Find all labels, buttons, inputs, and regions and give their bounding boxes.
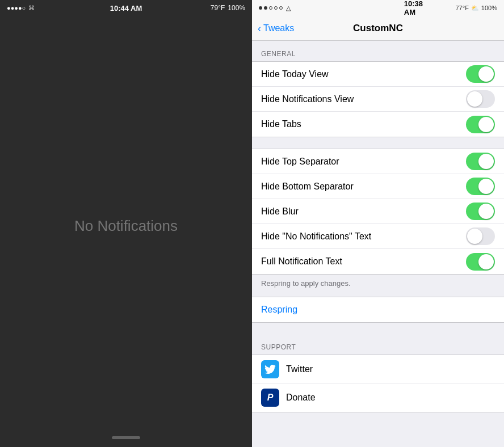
respring-group: Respring — [252, 297, 504, 323]
dot-3 — [269, 6, 272, 10]
left-wifi-icon: ⌘ — [28, 5, 35, 12]
right-battery: 100% — [481, 5, 497, 11]
settings-row-hide-tabs: Hide Tabs — [252, 112, 504, 137]
back-chevron-icon: ‹ — [258, 23, 261, 33]
full-notification-text-label: Full Notification Text — [261, 256, 342, 267]
hide-no-notifications-text-label: Hide "No Notifications" Text — [261, 231, 371, 242]
toggle-knob — [478, 66, 494, 82]
support-row-donate[interactable]: P Donate — [252, 383, 504, 412]
hide-notifications-view-label: Hide Notifications View — [261, 94, 354, 104]
dot-2 — [264, 6, 267, 10]
nav-title: CustomNC — [353, 23, 403, 34]
section-gap-2 — [252, 323, 504, 334]
hide-today-view-label: Hide Today View — [261, 69, 329, 79]
paypal-letter: P — [267, 393, 274, 403]
hide-blur-label: Hide Blur — [261, 206, 299, 217]
hide-top-separator-toggle[interactable] — [466, 153, 495, 170]
right-status-right: 77°F ⛅ 100% — [456, 5, 498, 12]
left-panel: ●●●●○ ⌘ 10:44 AM 79°F 100% No Notificati… — [0, 0, 252, 447]
right-cloud-icon: ⛅ — [471, 5, 479, 12]
respring-row: Respring — [252, 297, 504, 322]
full-notification-text-toggle[interactable] — [466, 253, 495, 271]
right-status-bar: △ 10:38 AM 77°F ⛅ 100% — [252, 0, 504, 16]
general-settings-group: Hide Today View Hide Notifications View … — [252, 61, 504, 137]
hide-no-notifications-text-toggle[interactable] — [466, 227, 495, 245]
general-section-header: GENERAL — [252, 41, 504, 61]
left-status-bar: ●●●●○ ⌘ 10:44 AM 79°F 100% — [0, 0, 252, 16]
hide-blur-toggle[interactable] — [466, 203, 495, 220]
hide-today-view-toggle[interactable] — [466, 65, 495, 83]
support-group: Twitter P Donate — [252, 355, 504, 412]
support-section-header: SUPPORT — [252, 334, 504, 355]
hide-top-separator-label: Hide Top Separator — [261, 157, 339, 167]
left-temp: 79°F — [211, 4, 225, 12]
settings-row-hide-notifications-view: Hide Notifications View — [252, 87, 504, 112]
toggle-knob — [478, 117, 494, 132]
hide-tabs-label: Hide Tabs — [261, 119, 301, 129]
twitter-icon — [261, 360, 279, 378]
separators-settings-group: Hide Top Separator Hide Bottom Separator… — [252, 149, 504, 275]
no-notifications-text: No Notifications — [74, 217, 178, 235]
settings-row-hide-top-separator: Hide Top Separator — [252, 149, 504, 174]
toggle-knob — [467, 229, 482, 244]
settings-row-hide-bottom-separator: Hide Bottom Separator — [252, 174, 504, 199]
hide-tabs-toggle[interactable] — [466, 116, 495, 133]
right-status-time: 10:38 AM — [397, 0, 436, 16]
left-signal-dots: ●●●●○ — [7, 5, 26, 11]
settings-content: GENERAL Hide Today View Hide Notificatio… — [252, 41, 504, 447]
settings-row-hide-blur: Hide Blur — [252, 199, 504, 224]
hide-notifications-view-toggle[interactable] — [466, 90, 495, 108]
no-notifications-container: No Notifications — [0, 16, 252, 436]
nav-back-button[interactable]: ‹ Tweaks — [258, 23, 294, 33]
right-panel: △ 10:38 AM 77°F ⛅ 100% ‹ Tweaks CustomNC… — [252, 0, 504, 447]
left-status-time: 10:44 AM — [110, 4, 142, 12]
respring-button[interactable]: Respring — [261, 305, 297, 315]
toggle-knob — [478, 254, 494, 269]
left-status-left: ●●●●○ ⌘ — [7, 5, 35, 12]
settings-row-hide-today-view: Hide Today View — [252, 62, 504, 87]
section-gap-1 — [252, 137, 504, 149]
left-battery: 100% — [228, 4, 245, 12]
paypal-icon: P — [261, 389, 279, 407]
donate-label: Donate — [286, 393, 316, 403]
toggle-knob — [478, 154, 494, 169]
settings-row-hide-no-notifications-text: Hide "No Notifications" Text — [252, 224, 504, 249]
twitter-bird-svg — [264, 365, 276, 374]
right-signal-dots: △ — [259, 5, 291, 12]
left-status-right: 79°F 100% — [211, 4, 245, 12]
back-label: Tweaks — [263, 23, 294, 33]
hide-bottom-separator-toggle[interactable] — [466, 178, 495, 195]
dot-4 — [274, 6, 278, 10]
settings-row-full-notification-text: Full Notification Text — [252, 249, 504, 274]
nav-bar: ‹ Tweaks CustomNC — [252, 16, 504, 41]
home-indicator-area — [0, 436, 252, 447]
twitter-label: Twitter — [286, 364, 313, 374]
toggle-knob — [467, 91, 482, 107]
toggle-knob — [478, 179, 494, 194]
toggle-knob — [478, 204, 494, 219]
home-indicator-bar — [112, 436, 140, 439]
hide-bottom-separator-label: Hide Bottom Separator — [261, 182, 354, 192]
dot-5 — [279, 6, 283, 10]
right-wifi-icon: △ — [286, 5, 291, 12]
dot-1 — [259, 6, 262, 10]
footer-note: Respring to apply changes. — [252, 275, 504, 297]
support-row-twitter[interactable]: Twitter — [252, 355, 504, 383]
right-temp: 77°F — [456, 5, 469, 11]
